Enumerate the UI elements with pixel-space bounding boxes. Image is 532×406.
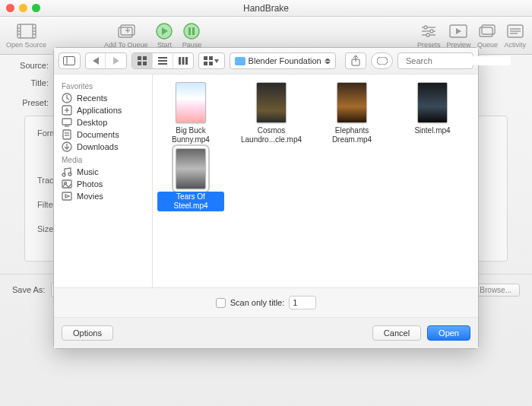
svg-marker-34 xyxy=(93,57,99,65)
play-icon xyxy=(154,23,175,40)
file-item[interactable]: Big Buck Bunny.mp4 xyxy=(157,82,224,145)
film-icon xyxy=(16,23,37,40)
svg-point-68 xyxy=(68,173,71,176)
svg-point-23 xyxy=(426,33,429,36)
open-button[interactable]: Open xyxy=(427,325,470,341)
file-item[interactable]: Cosmos Laundro...cle.mp4 xyxy=(238,82,305,145)
tags-button[interactable] xyxy=(371,52,393,69)
svg-rect-44 xyxy=(182,57,184,65)
sidebar-item-label: Music xyxy=(77,167,99,176)
search-field[interactable] xyxy=(397,52,473,69)
dialog-body: Favorites RecentsApplicationsDesktopDocu… xyxy=(54,75,478,287)
preview-button[interactable]: Preview xyxy=(446,23,470,49)
preset-label: Preset: xyxy=(12,98,49,107)
sidebar: Favorites RecentsApplicationsDesktopDocu… xyxy=(54,75,153,287)
sidebar-item-movies[interactable]: Movies xyxy=(62,190,152,202)
svg-rect-36 xyxy=(138,56,141,60)
options-button[interactable]: Options xyxy=(62,325,113,341)
dialog-buttons: Options Cancel Open xyxy=(54,317,478,348)
share-button[interactable] xyxy=(345,52,367,69)
activity-icon xyxy=(505,23,526,40)
file-item[interactable]: Tears Of Steel.mp4 xyxy=(157,148,224,211)
movies-icon xyxy=(62,192,72,201)
sidebar-item-label: Desktop xyxy=(77,118,107,127)
file-thumbnail xyxy=(256,82,287,123)
music-icon xyxy=(62,167,72,176)
folder-icon xyxy=(235,57,245,65)
sidebar-item-documents[interactable]: Documents xyxy=(62,128,152,141)
file-name: Elephants Dream.mp4 xyxy=(318,125,385,145)
cancel-button[interactable]: Cancel xyxy=(372,325,421,341)
svg-rect-43 xyxy=(179,57,181,65)
sliders-icon xyxy=(418,23,439,40)
nav-back-button[interactable] xyxy=(86,53,106,68)
chevron-updown-icon xyxy=(325,56,331,66)
queue-button[interactable]: Queue xyxy=(477,23,498,49)
svg-rect-45 xyxy=(185,57,188,65)
path-selector[interactable]: Blender Foundation xyxy=(230,52,336,69)
sidebar-toggle-button[interactable] xyxy=(59,52,81,69)
pause-icon xyxy=(181,23,202,40)
file-item[interactable]: Sintel.mp4 xyxy=(399,82,466,145)
sidebar-item-label: Downloads xyxy=(77,142,118,151)
titlebar: HandBrake xyxy=(0,0,532,17)
svg-rect-48 xyxy=(204,62,207,65)
traffic-lights[interactable] xyxy=(6,4,40,12)
svg-point-15 xyxy=(184,24,199,39)
save-as-label: Save As: xyxy=(12,285,45,294)
svg-rect-60 xyxy=(62,119,71,125)
queue-icon xyxy=(477,23,498,40)
column-view-button[interactable] xyxy=(173,53,194,68)
queue-label: Queue xyxy=(477,41,498,49)
activity-button[interactable]: Activity xyxy=(504,23,526,49)
svg-rect-49 xyxy=(209,62,213,65)
window-title: HandBrake xyxy=(243,3,289,14)
zoom-window-button[interactable] xyxy=(32,4,40,12)
presets-button[interactable]: Presets xyxy=(417,23,441,49)
svg-rect-40 xyxy=(158,57,167,59)
source-label: Source: xyxy=(12,61,49,70)
search-input[interactable] xyxy=(406,56,511,65)
queue-add-icon xyxy=(116,23,137,40)
open-file-dialog: Blender Foundation Favorites RecentsAppl… xyxy=(53,47,479,349)
file-name: Sintel.mp4 xyxy=(412,125,452,136)
nav-forward-button[interactable] xyxy=(106,53,126,68)
file-thumbnail xyxy=(176,148,206,189)
photos-icon xyxy=(62,179,72,189)
sidebar-item-music[interactable]: Music xyxy=(62,166,152,178)
sidebar-item-applications[interactable]: Applications xyxy=(62,104,152,116)
svg-rect-69 xyxy=(62,180,71,188)
file-name: Tears Of Steel.mp4 xyxy=(157,192,224,211)
file-thumbnail xyxy=(417,82,448,123)
sidebar-favorites-head: Favorites xyxy=(62,82,152,90)
svg-point-21 xyxy=(424,26,427,29)
minimize-window-button[interactable] xyxy=(19,4,27,12)
title-label: Title: xyxy=(12,78,49,87)
sidebar-item-recents[interactable]: Recents xyxy=(62,92,152,104)
icon-view-button[interactable] xyxy=(132,53,153,68)
sidebar-item-label: Movies xyxy=(77,192,103,201)
scan-only-input[interactable] xyxy=(289,296,316,309)
svg-rect-17 xyxy=(192,27,195,35)
start-button[interactable]: Start xyxy=(154,23,175,49)
pause-button[interactable]: Pause xyxy=(181,23,202,49)
open-source-button[interactable]: Open Source xyxy=(6,23,46,49)
sidebar-item-photos[interactable]: Photos xyxy=(62,178,152,190)
svg-point-67 xyxy=(62,173,65,176)
clock-icon xyxy=(62,94,72,103)
sidebar-item-desktop[interactable]: Desktop xyxy=(62,116,152,128)
group-button[interactable] xyxy=(199,53,223,68)
preview-icon xyxy=(448,23,469,40)
svg-rect-42 xyxy=(158,63,167,65)
svg-marker-50 xyxy=(214,59,219,63)
view-mode-seg xyxy=(131,52,194,69)
add-to-queue-button[interactable]: Add To Queue xyxy=(104,23,147,49)
file-item[interactable]: Elephants Dream.mp4 xyxy=(318,82,385,145)
sidebar-item-downloads[interactable]: Downloads xyxy=(62,141,152,153)
group-seg xyxy=(198,52,224,69)
scan-only-checkbox[interactable] xyxy=(216,298,226,308)
list-view-button[interactable] xyxy=(153,53,173,68)
scan-only-label: Scan only title: xyxy=(230,298,285,307)
sidebar-item-label: Recents xyxy=(77,94,107,103)
close-window-button[interactable] xyxy=(6,4,14,12)
